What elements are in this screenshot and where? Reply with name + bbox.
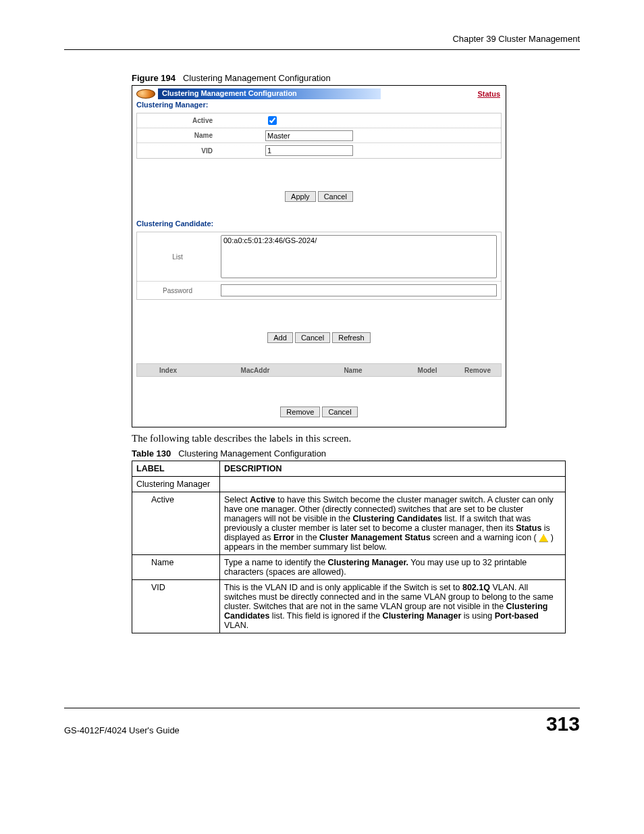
th-label: LABEL	[132, 461, 220, 477]
members-header-row: Index MacAddr Name Model Remove	[136, 363, 502, 377]
screenshot-panel: Clustering Management Configuration Stat…	[132, 85, 506, 427]
table-number: Table 130	[132, 448, 171, 459]
chapter-header: Chapter 39 Cluster Management	[64, 34, 580, 50]
table-row: Active Select Active to have this Switch…	[132, 492, 566, 555]
col-index: Index	[137, 367, 205, 374]
cancel-button-mgr[interactable]: Cancel	[318, 191, 353, 202]
cell-label: Name	[132, 555, 220, 580]
warning-icon	[539, 534, 548, 542]
cell-desc: Type a name to identify the Clustering M…	[220, 555, 566, 580]
cell-label: VID	[132, 580, 220, 633]
page-number: 313	[546, 712, 580, 735]
candidate-table: List 00:a0:c5:01:23:46/GS-2024/ Password	[136, 232, 502, 300]
name-label: Name	[137, 132, 218, 139]
col-macaddr: MacAddr	[205, 367, 306, 374]
table-title: Clustering Management Configuration	[178, 448, 326, 459]
active-checkbox[interactable]	[268, 116, 277, 125]
table-caption: Table 130 Clustering Management Configur…	[132, 448, 580, 459]
list-label: List	[137, 233, 218, 281]
col-remove: Remove	[454, 367, 501, 374]
table-row: VID This is the VLAN ID and is only appl…	[132, 580, 566, 633]
cancel-button-mem[interactable]: Cancel	[322, 407, 357, 417]
refresh-button[interactable]: Refresh	[332, 332, 371, 343]
title-bar: Clustering Management Configuration Stat…	[132, 86, 506, 99]
window-title: Clustering Management Configuration	[158, 88, 381, 99]
figure-title: Clustering Management Configuration	[183, 73, 331, 83]
cell-label: Active	[132, 492, 220, 555]
active-label: Active	[137, 117, 218, 124]
cell-desc: This is the VLAN ID and is only applicab…	[220, 580, 566, 633]
password-label: Password	[137, 283, 218, 298]
figure-number: Figure 194	[132, 73, 176, 83]
col-model: Model	[400, 367, 454, 374]
password-input[interactable]	[221, 284, 497, 296]
cell-label: Clustering Manager	[132, 477, 220, 492]
page-footer: GS-4012F/4024 User's Guide 313	[64, 708, 580, 735]
manager-config-table: Active Name VID	[136, 113, 502, 159]
clustering-candidate-label: Clustering Candidate:	[132, 218, 506, 232]
candidate-listbox[interactable]: 00:a0:c5:01:23:46/GS-2024/	[221, 235, 497, 278]
explain-text: The following table describes the labels…	[132, 433, 580, 444]
th-description: DESCRIPTION	[220, 461, 566, 477]
clustering-manager-label: Clustering Manager:	[132, 99, 506, 113]
col-name: Name	[306, 367, 400, 374]
vid-label: VID	[137, 147, 218, 155]
cell-desc: Select Active to have this Switch become…	[220, 492, 566, 555]
remove-button[interactable]: Remove	[280, 407, 320, 417]
logo-icon	[136, 89, 155, 99]
name-input[interactable]	[265, 130, 353, 141]
cancel-button-cand[interactable]: Cancel	[295, 332, 330, 343]
table-row: Clustering Manager	[132, 477, 566, 492]
cell-desc	[220, 477, 566, 492]
vid-input[interactable]	[265, 145, 353, 156]
status-link[interactable]: Status	[477, 90, 502, 98]
description-table: LABEL DESCRIPTION Clustering Manager Act…	[132, 461, 566, 633]
add-button[interactable]: Add	[267, 332, 293, 343]
candidate-option[interactable]: 00:a0:c5:01:23:46/GS-2024/	[222, 236, 495, 245]
figure-caption: Figure 194 Clustering Management Configu…	[132, 73, 580, 83]
guide-name: GS-4012F/4024 User's Guide	[64, 725, 180, 735]
apply-button[interactable]: Apply	[285, 191, 316, 202]
table-row: Name Type a name to identify the Cluster…	[132, 555, 566, 580]
